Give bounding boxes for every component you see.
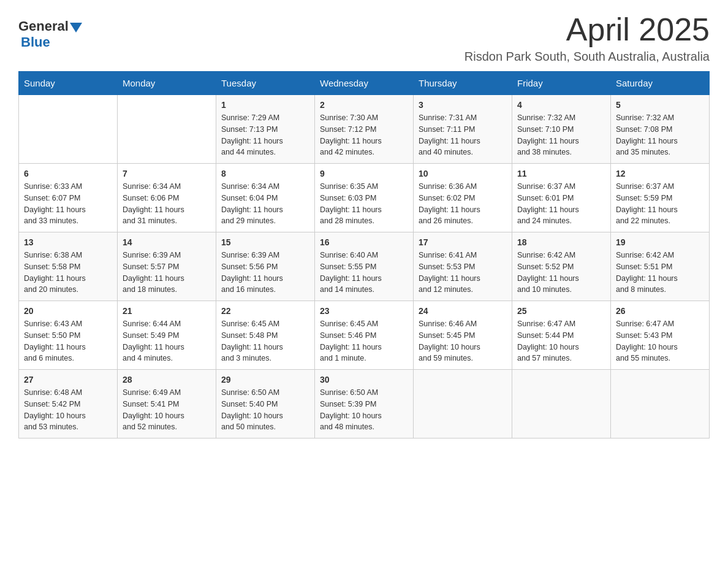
day-number: 12: [616, 169, 704, 178]
day-info: Sunrise: 7:30 AMSunset: 7:12 PMDaylight:…: [320, 112, 408, 158]
calendar-header: SundayMondayTuesdayWednesdayThursdayFrid…: [19, 72, 710, 95]
day-number: 2: [320, 100, 408, 110]
header-cell-monday: Monday: [118, 72, 216, 95]
week-row-3: 13Sunrise: 6:38 AMSunset: 5:58 PMDayligh…: [19, 232, 710, 301]
day-number: 28: [123, 375, 211, 385]
calendar-table: SundayMondayTuesdayWednesdayThursdayFrid…: [18, 71, 710, 439]
day-number: 9: [320, 169, 408, 178]
day-cell: 5Sunrise: 7:32 AMSunset: 7:08 PMDaylight…: [611, 95, 710, 164]
month-title: April 2025: [464, 12, 710, 47]
day-cell: 6Sunrise: 6:33 AMSunset: 6:07 PMDaylight…: [19, 164, 118, 232]
logo-general: General: [18, 18, 69, 34]
week-row-1: 1Sunrise: 7:29 AMSunset: 7:13 PMDaylight…: [19, 95, 710, 164]
day-cell: 27Sunrise: 6:48 AMSunset: 5:42 PMDayligh…: [19, 370, 118, 439]
day-cell: 8Sunrise: 6:34 AMSunset: 6:04 PMDaylight…: [216, 164, 315, 232]
day-number: 24: [419, 306, 507, 316]
day-number: 11: [517, 169, 605, 178]
logo-blue: Blue: [21, 34, 50, 50]
day-info: Sunrise: 6:47 AMSunset: 5:43 PMDaylight:…: [616, 318, 704, 364]
page-header: General Blue April 2025 Risdon Park Sout…: [18, 12, 710, 64]
day-cell: 4Sunrise: 7:32 AMSunset: 7:10 PMDaylight…: [512, 95, 611, 164]
header-cell-wednesday: Wednesday: [315, 72, 414, 95]
header-cell-thursday: Thursday: [414, 72, 512, 95]
day-cell: 9Sunrise: 6:35 AMSunset: 6:03 PMDaylight…: [315, 164, 414, 232]
day-cell: 19Sunrise: 6:42 AMSunset: 5:51 PMDayligh…: [611, 232, 710, 301]
title-block: April 2025 Risdon Park South, South Aust…: [464, 12, 710, 64]
day-number: 17: [419, 237, 507, 247]
day-cell: 1Sunrise: 7:29 AMSunset: 7:13 PMDaylight…: [216, 95, 315, 164]
day-number: 27: [24, 375, 112, 385]
day-cell: 13Sunrise: 6:38 AMSunset: 5:58 PMDayligh…: [19, 232, 118, 301]
day-cell: 25Sunrise: 6:47 AMSunset: 5:44 PMDayligh…: [512, 301, 611, 370]
day-info: Sunrise: 6:39 AMSunset: 5:57 PMDaylight:…: [123, 250, 211, 296]
day-number: 10: [419, 169, 507, 178]
day-info: Sunrise: 6:38 AMSunset: 5:58 PMDaylight:…: [24, 250, 112, 296]
day-cell: 24Sunrise: 6:46 AMSunset: 5:45 PMDayligh…: [414, 301, 512, 370]
day-number: 3: [419, 100, 507, 110]
day-info: Sunrise: 6:46 AMSunset: 5:45 PMDaylight:…: [419, 318, 507, 364]
day-info: Sunrise: 6:37 AMSunset: 5:59 PMDaylight:…: [616, 181, 704, 227]
day-cell: 17Sunrise: 6:41 AMSunset: 5:53 PMDayligh…: [414, 232, 512, 301]
day-number: 8: [221, 169, 309, 178]
day-number: 30: [320, 375, 408, 385]
day-info: Sunrise: 6:34 AMSunset: 6:06 PMDaylight:…: [123, 181, 211, 227]
header-cell-sunday: Sunday: [19, 72, 118, 95]
day-cell: 20Sunrise: 6:43 AMSunset: 5:50 PMDayligh…: [19, 301, 118, 370]
logo-triangle-icon: [70, 23, 82, 33]
day-number: 16: [320, 237, 408, 247]
day-number: 18: [517, 237, 605, 247]
day-info: Sunrise: 7:31 AMSunset: 7:11 PMDaylight:…: [419, 112, 507, 158]
day-number: 1: [221, 100, 309, 110]
calendar-body: 1Sunrise: 7:29 AMSunset: 7:13 PMDaylight…: [19, 95, 710, 439]
day-info: Sunrise: 6:34 AMSunset: 6:04 PMDaylight:…: [221, 181, 309, 227]
logo: General Blue: [18, 18, 82, 50]
day-number: 25: [517, 306, 605, 316]
day-cell: 28Sunrise: 6:49 AMSunset: 5:41 PMDayligh…: [118, 370, 216, 439]
day-cell: [611, 370, 710, 439]
day-number: 20: [24, 306, 112, 316]
day-cell: [512, 370, 611, 439]
day-info: Sunrise: 6:41 AMSunset: 5:53 PMDaylight:…: [419, 250, 507, 296]
day-cell: 30Sunrise: 6:50 AMSunset: 5:39 PMDayligh…: [315, 370, 414, 439]
day-cell: 15Sunrise: 6:39 AMSunset: 5:56 PMDayligh…: [216, 232, 315, 301]
week-row-5: 27Sunrise: 6:48 AMSunset: 5:42 PMDayligh…: [19, 370, 710, 439]
day-number: 22: [221, 306, 309, 316]
day-cell: 3Sunrise: 7:31 AMSunset: 7:11 PMDaylight…: [414, 95, 512, 164]
day-number: 6: [24, 169, 112, 178]
day-info: Sunrise: 6:43 AMSunset: 5:50 PMDaylight:…: [24, 318, 112, 364]
week-row-2: 6Sunrise: 6:33 AMSunset: 6:07 PMDaylight…: [19, 164, 710, 232]
location-title: Risdon Park South, South Australia, Aust…: [464, 50, 710, 64]
day-cell: [19, 95, 118, 164]
day-cell: 7Sunrise: 6:34 AMSunset: 6:06 PMDaylight…: [118, 164, 216, 232]
day-info: Sunrise: 6:50 AMSunset: 5:40 PMDaylight:…: [221, 387, 309, 433]
day-info: Sunrise: 6:42 AMSunset: 5:51 PMDaylight:…: [616, 250, 704, 296]
day-number: 7: [123, 169, 211, 178]
day-number: 26: [616, 306, 704, 316]
day-info: Sunrise: 6:45 AMSunset: 5:48 PMDaylight:…: [221, 318, 309, 364]
day-cell: 26Sunrise: 6:47 AMSunset: 5:43 PMDayligh…: [611, 301, 710, 370]
day-info: Sunrise: 6:35 AMSunset: 6:03 PMDaylight:…: [320, 181, 408, 227]
day-info: Sunrise: 6:48 AMSunset: 5:42 PMDaylight:…: [24, 387, 112, 433]
header-cell-friday: Friday: [512, 72, 611, 95]
day-cell: [414, 370, 512, 439]
day-info: Sunrise: 6:47 AMSunset: 5:44 PMDaylight:…: [517, 318, 605, 364]
day-info: Sunrise: 7:32 AMSunset: 7:10 PMDaylight:…: [517, 112, 605, 158]
day-info: Sunrise: 7:32 AMSunset: 7:08 PMDaylight:…: [616, 112, 704, 158]
day-cell: 11Sunrise: 6:37 AMSunset: 6:01 PMDayligh…: [512, 164, 611, 232]
day-info: Sunrise: 6:49 AMSunset: 5:41 PMDaylight:…: [123, 387, 211, 433]
header-row: SundayMondayTuesdayWednesdayThursdayFrid…: [19, 72, 710, 95]
day-info: Sunrise: 6:39 AMSunset: 5:56 PMDaylight:…: [221, 250, 309, 296]
day-info: Sunrise: 6:33 AMSunset: 6:07 PMDaylight:…: [24, 181, 112, 227]
day-info: Sunrise: 6:37 AMSunset: 6:01 PMDaylight:…: [517, 181, 605, 227]
day-info: Sunrise: 7:29 AMSunset: 7:13 PMDaylight:…: [221, 112, 309, 158]
day-number: 19: [616, 237, 704, 247]
day-number: 15: [221, 237, 309, 247]
day-number: 29: [221, 375, 309, 385]
day-info: Sunrise: 6:42 AMSunset: 5:52 PMDaylight:…: [517, 250, 605, 296]
day-cell: 12Sunrise: 6:37 AMSunset: 5:59 PMDayligh…: [611, 164, 710, 232]
day-number: 14: [123, 237, 211, 247]
day-info: Sunrise: 6:40 AMSunset: 5:55 PMDaylight:…: [320, 250, 408, 296]
week-row-4: 20Sunrise: 6:43 AMSunset: 5:50 PMDayligh…: [19, 301, 710, 370]
day-number: 4: [517, 100, 605, 110]
header-cell-tuesday: Tuesday: [216, 72, 315, 95]
